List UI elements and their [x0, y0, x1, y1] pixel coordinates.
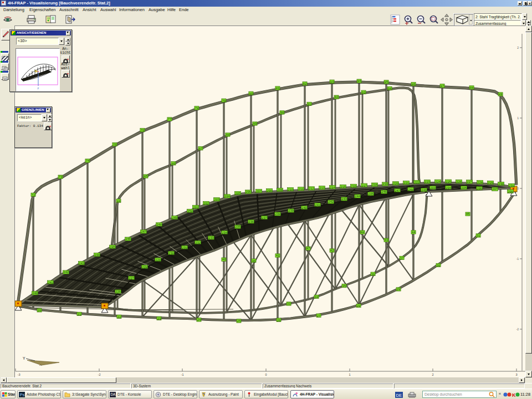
svg-text:219: 219 [382, 183, 388, 186]
svg-text:230: 230 [498, 183, 504, 186]
svg-text:227: 227 [467, 181, 472, 184]
svg-text:232: 232 [195, 242, 201, 245]
svg-text:91: 91 [308, 103, 311, 106]
svg-text:208: 208 [267, 190, 272, 193]
svg-text:-2: -2 [98, 373, 101, 376]
svg-text:94: 94 [388, 88, 391, 91]
svg-text:241: 241 [48, 282, 53, 285]
svg-text:84: 84 [357, 80, 361, 83]
svg-text:249: 249 [421, 189, 427, 192]
svg-text:Ps: Ps [20, 392, 25, 397]
svg-text:241: 241 [315, 204, 320, 207]
svg-text:244: 244 [355, 195, 360, 198]
svg-text:73: 73 [59, 176, 62, 179]
svg-text:239: 239 [288, 209, 294, 213]
svg-text:235: 235 [235, 226, 241, 229]
svg-text:33: 33 [287, 303, 290, 306]
svg-text:-1: -1 [516, 257, 519, 260]
svg-text:23: 23 [157, 318, 161, 321]
svg-text:2: 2 [517, 46, 519, 49]
svg-text:206: 206 [477, 187, 482, 191]
svg-text:234: 234 [222, 232, 227, 235]
svg-text:215: 215 [340, 186, 346, 189]
svg-text:246: 246 [381, 191, 387, 194]
svg-text:77: 77 [168, 118, 171, 121]
svg-text:21: 21 [78, 313, 81, 316]
svg-text:240: 240 [32, 292, 38, 295]
svg-text:89: 89 [499, 93, 502, 96]
svg-text:1: 1 [349, 373, 350, 376]
svg-text:217: 217 [361, 185, 367, 188]
svg-text:207: 207 [492, 188, 498, 191]
svg-text:226: 226 [115, 290, 121, 294]
svg-text:206: 206 [245, 191, 251, 194]
svg-text:205: 205 [461, 187, 467, 190]
svg-text:1: 1 [517, 116, 519, 120]
svg-text:224: 224 [435, 181, 441, 184]
svg-text:84: 84 [117, 200, 120, 203]
svg-text:41: 41 [276, 254, 279, 258]
svg-text:229: 229 [488, 182, 493, 185]
svg-text:87: 87 [199, 147, 202, 151]
svg-text:250: 250 [187, 210, 193, 213]
svg-text:212: 212 [309, 187, 314, 191]
svg-text:245: 245 [110, 246, 115, 249]
svg-text:42: 42 [330, 249, 334, 253]
svg-text:226: 226 [456, 181, 462, 184]
svg-text:209: 209 [277, 189, 283, 192]
svg-text:221: 221 [403, 182, 409, 185]
svg-text:202: 202 [203, 202, 209, 206]
svg-text:249: 249 [172, 217, 177, 220]
svg-text:85: 85 [144, 175, 147, 178]
svg-text:20: 20 [38, 309, 41, 313]
svg-text:79: 79 [222, 100, 226, 103]
svg-text:88: 88 [470, 86, 473, 90]
svg-text:75: 75 [113, 144, 116, 147]
svg-text:242: 242 [63, 271, 69, 274]
svg-text:245: 245 [368, 193, 374, 196]
svg-text:242: 242 [328, 201, 334, 204]
svg-text:220: 220 [393, 182, 398, 186]
svg-text:229: 229 [155, 259, 161, 262]
svg-text:213: 213 [319, 187, 325, 190]
svg-text:227: 227 [129, 277, 134, 280]
svg-text:211: 211 [298, 188, 304, 191]
svg-text:DA: DA [110, 392, 116, 396]
svg-text:246: 246 [125, 238, 131, 241]
svg-text:204: 204 [224, 195, 230, 198]
svg-text:243: 243 [79, 262, 84, 265]
svg-text:210: 210 [288, 188, 293, 192]
svg-text:216: 216 [351, 185, 356, 188]
svg-text:0: 0 [265, 373, 267, 376]
svg-text:230: 230 [168, 252, 174, 255]
svg-text:87: 87 [441, 85, 444, 88]
svg-text:248: 248 [156, 223, 162, 227]
svg-text:Y: Y [23, 356, 25, 361]
svg-text:85: 85 [385, 81, 388, 84]
svg-text:-3: -3 [18, 373, 21, 376]
svg-text:86: 86 [172, 162, 175, 166]
svg-text:3D: 3D [3, 78, 7, 81]
svg-text:244: 244 [94, 254, 100, 257]
svg-text:201: 201 [193, 206, 198, 209]
svg-text:218: 218 [372, 183, 377, 187]
svg-text:207: 207 [256, 190, 262, 193]
svg-text:204: 204 [446, 187, 451, 190]
svg-text:35: 35 [342, 285, 346, 288]
svg-text:29: 29 [397, 288, 400, 291]
svg-text:238: 238 [275, 213, 280, 216]
svg-text:88: 88 [226, 134, 229, 137]
svg-text:82: 82 [303, 83, 306, 86]
svg-text:3: 3 [515, 373, 517, 376]
svg-text:-2: -2 [516, 328, 519, 331]
svg-text:26: 26 [277, 319, 280, 323]
svg-text:28: 28 [357, 305, 360, 308]
svg-text:81: 81 [276, 87, 279, 90]
svg-text:30: 30 [437, 264, 440, 268]
svg-text:90: 90 [280, 111, 284, 115]
svg-text:0: 0 [517, 187, 519, 190]
svg-text:203: 203 [430, 187, 436, 190]
svg-text:25: 25 [237, 320, 241, 323]
svg-text:231: 231 [509, 185, 514, 188]
svg-text:247: 247 [395, 190, 400, 193]
